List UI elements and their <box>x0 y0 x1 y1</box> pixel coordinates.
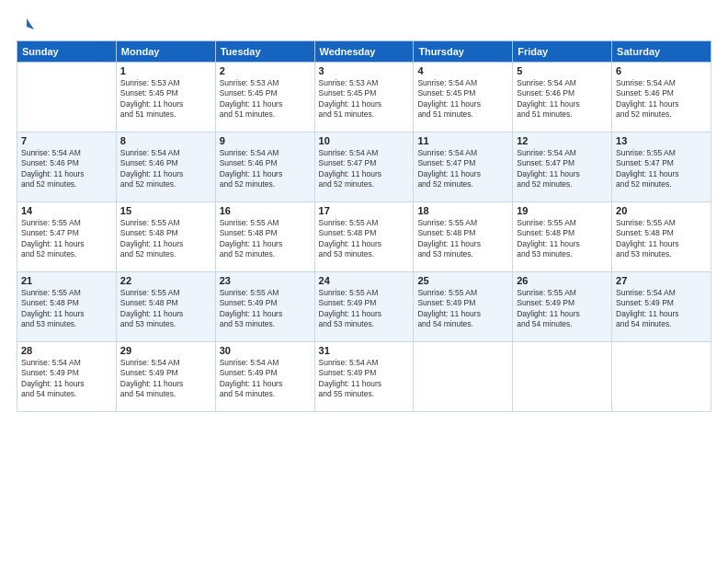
calendar-cell: 2Sunrise: 5:53 AM Sunset: 5:45 PM Daylig… <box>215 63 314 132</box>
calendar-cell: 21Sunrise: 5:55 AM Sunset: 5:48 PM Dayli… <box>17 272 117 342</box>
header <box>17 17 711 35</box>
day-info: Sunrise: 5:54 AM Sunset: 5:47 PM Dayligh… <box>417 148 508 190</box>
day-number: 14 <box>21 205 112 216</box>
day-info: Sunrise: 5:55 AM Sunset: 5:48 PM Dayligh… <box>21 288 112 330</box>
calendar-table: SundayMondayTuesdayWednesdayThursdayFrid… <box>17 40 711 412</box>
day-number: 11 <box>417 135 508 146</box>
day-number: 19 <box>517 205 608 216</box>
day-number: 2 <box>220 65 311 76</box>
calendar-header-wednesday: Wednesday <box>314 41 414 63</box>
day-info: Sunrise: 5:54 AM Sunset: 5:47 PM Dayligh… <box>319 148 410 190</box>
calendar-cell: 25Sunrise: 5:55 AM Sunset: 5:49 PM Dayli… <box>414 272 513 342</box>
calendar-cell: 28Sunrise: 5:54 AM Sunset: 5:49 PM Dayli… <box>17 342 117 412</box>
day-number: 6 <box>616 65 707 76</box>
day-number: 27 <box>616 275 707 286</box>
day-info: Sunrise: 5:55 AM Sunset: 5:48 PM Dayligh… <box>417 218 508 260</box>
day-info: Sunrise: 5:55 AM Sunset: 5:49 PM Dayligh… <box>517 288 608 330</box>
calendar-header-sunday: Sunday <box>17 41 117 63</box>
day-number: 20 <box>616 205 707 216</box>
day-info: Sunrise: 5:55 AM Sunset: 5:49 PM Dayligh… <box>319 288 410 330</box>
page: SundayMondayTuesdayWednesdayThursdayFrid… <box>0 0 728 563</box>
calendar-cell: 3Sunrise: 5:53 AM Sunset: 5:45 PM Daylig… <box>314 63 414 132</box>
day-number: 22 <box>120 275 211 286</box>
calendar-header-thursday: Thursday <box>414 41 513 63</box>
calendar-week-row: 21Sunrise: 5:55 AM Sunset: 5:48 PM Dayli… <box>17 272 711 342</box>
day-info: Sunrise: 5:54 AM Sunset: 5:46 PM Dayligh… <box>517 78 608 121</box>
day-number: 10 <box>319 135 410 146</box>
day-number: 30 <box>220 345 311 356</box>
calendar-cell: 22Sunrise: 5:55 AM Sunset: 5:48 PM Dayli… <box>116 272 215 342</box>
calendar-header-friday: Friday <box>513 41 612 63</box>
calendar-cell: 27Sunrise: 5:54 AM Sunset: 5:49 PM Dayli… <box>612 272 711 342</box>
calendar-cell: 4Sunrise: 5:54 AM Sunset: 5:45 PM Daylig… <box>414 63 513 132</box>
calendar-cell <box>414 342 513 412</box>
day-info: Sunrise: 5:54 AM Sunset: 5:46 PM Dayligh… <box>220 148 311 190</box>
calendar-cell: 29Sunrise: 5:54 AM Sunset: 5:49 PM Dayli… <box>116 342 215 412</box>
day-info: Sunrise: 5:55 AM Sunset: 5:48 PM Dayligh… <box>120 288 211 330</box>
calendar-cell <box>513 342 612 412</box>
day-number: 5 <box>517 65 608 76</box>
day-info: Sunrise: 5:55 AM Sunset: 5:48 PM Dayligh… <box>120 218 211 260</box>
day-number: 7 <box>21 135 112 146</box>
day-info: Sunrise: 5:54 AM Sunset: 5:49 PM Dayligh… <box>220 358 311 400</box>
calendar-cell: 18Sunrise: 5:55 AM Sunset: 5:48 PM Dayli… <box>414 202 513 272</box>
day-number: 13 <box>616 135 707 146</box>
day-info: Sunrise: 5:53 AM Sunset: 5:45 PM Dayligh… <box>120 78 211 121</box>
calendar-cell: 13Sunrise: 5:55 AM Sunset: 5:47 PM Dayli… <box>612 132 711 202</box>
calendar-week-row: 14Sunrise: 5:55 AM Sunset: 5:47 PM Dayli… <box>17 202 711 272</box>
calendar-cell: 20Sunrise: 5:55 AM Sunset: 5:48 PM Dayli… <box>612 202 711 272</box>
day-number: 23 <box>220 275 311 286</box>
calendar-cell: 31Sunrise: 5:54 AM Sunset: 5:49 PM Dayli… <box>314 342 414 412</box>
calendar-cell: 24Sunrise: 5:55 AM Sunset: 5:49 PM Dayli… <box>314 272 414 342</box>
day-info: Sunrise: 5:55 AM Sunset: 5:47 PM Dayligh… <box>21 218 112 260</box>
calendar-cell: 5Sunrise: 5:54 AM Sunset: 5:46 PM Daylig… <box>513 63 612 132</box>
calendar-cell: 7Sunrise: 5:54 AM Sunset: 5:46 PM Daylig… <box>17 132 117 202</box>
day-number: 21 <box>21 275 112 286</box>
calendar-cell: 26Sunrise: 5:55 AM Sunset: 5:49 PM Dayli… <box>513 272 612 342</box>
calendar-week-row: 7Sunrise: 5:54 AM Sunset: 5:46 PM Daylig… <box>17 132 711 202</box>
calendar-header-monday: Monday <box>116 41 215 63</box>
calendar-cell: 12Sunrise: 5:54 AM Sunset: 5:47 PM Dayli… <box>513 132 612 202</box>
day-info: Sunrise: 5:55 AM Sunset: 5:48 PM Dayligh… <box>616 218 707 260</box>
day-info: Sunrise: 5:55 AM Sunset: 5:47 PM Dayligh… <box>616 148 707 190</box>
calendar-cell: 15Sunrise: 5:55 AM Sunset: 5:48 PM Dayli… <box>116 202 215 272</box>
day-info: Sunrise: 5:54 AM Sunset: 5:45 PM Dayligh… <box>417 78 508 121</box>
calendar-header-saturday: Saturday <box>612 41 711 63</box>
calendar-cell: 30Sunrise: 5:54 AM Sunset: 5:49 PM Dayli… <box>215 342 314 412</box>
day-info: Sunrise: 5:55 AM Sunset: 5:48 PM Dayligh… <box>319 218 410 260</box>
logo-bird-icon <box>17 17 36 35</box>
day-number: 15 <box>120 205 211 216</box>
day-info: Sunrise: 5:55 AM Sunset: 5:48 PM Dayligh… <box>220 218 311 260</box>
calendar-cell: 16Sunrise: 5:55 AM Sunset: 5:48 PM Dayli… <box>215 202 314 272</box>
day-number: 3 <box>319 65 410 76</box>
calendar-cell <box>17 63 117 132</box>
calendar-cell: 9Sunrise: 5:54 AM Sunset: 5:46 PM Daylig… <box>215 132 314 202</box>
calendar-cell: 17Sunrise: 5:55 AM Sunset: 5:48 PM Dayli… <box>314 202 414 272</box>
calendar-cell <box>612 342 711 412</box>
calendar-week-row: 1Sunrise: 5:53 AM Sunset: 5:45 PM Daylig… <box>17 63 711 132</box>
day-info: Sunrise: 5:54 AM Sunset: 5:46 PM Dayligh… <box>21 148 112 190</box>
calendar-cell: 11Sunrise: 5:54 AM Sunset: 5:47 PM Dayli… <box>414 132 513 202</box>
calendar-header-row: SundayMondayTuesdayWednesdayThursdayFrid… <box>17 41 711 63</box>
day-number: 12 <box>517 135 608 146</box>
logo <box>17 17 36 35</box>
day-number: 26 <box>517 275 608 286</box>
day-info: Sunrise: 5:54 AM Sunset: 5:49 PM Dayligh… <box>319 358 410 400</box>
day-info: Sunrise: 5:54 AM Sunset: 5:46 PM Dayligh… <box>120 148 211 190</box>
calendar-cell: 19Sunrise: 5:55 AM Sunset: 5:48 PM Dayli… <box>513 202 612 272</box>
day-info: Sunrise: 5:54 AM Sunset: 5:46 PM Dayligh… <box>616 78 707 121</box>
day-number: 18 <box>417 205 508 216</box>
day-number: 4 <box>417 65 508 76</box>
calendar-cell: 6Sunrise: 5:54 AM Sunset: 5:46 PM Daylig… <box>612 63 711 132</box>
calendar-header-tuesday: Tuesday <box>215 41 314 63</box>
calendar-cell: 23Sunrise: 5:55 AM Sunset: 5:49 PM Dayli… <box>215 272 314 342</box>
day-info: Sunrise: 5:55 AM Sunset: 5:49 PM Dayligh… <box>417 288 508 330</box>
day-number: 24 <box>319 275 410 286</box>
day-info: Sunrise: 5:55 AM Sunset: 5:49 PM Dayligh… <box>220 288 311 330</box>
day-number: 17 <box>319 205 410 216</box>
day-number: 25 <box>417 275 508 286</box>
day-number: 9 <box>220 135 311 146</box>
calendar-week-row: 28Sunrise: 5:54 AM Sunset: 5:49 PM Dayli… <box>17 342 711 412</box>
day-info: Sunrise: 5:54 AM Sunset: 5:49 PM Dayligh… <box>616 288 707 330</box>
day-info: Sunrise: 5:54 AM Sunset: 5:47 PM Dayligh… <box>517 148 608 190</box>
